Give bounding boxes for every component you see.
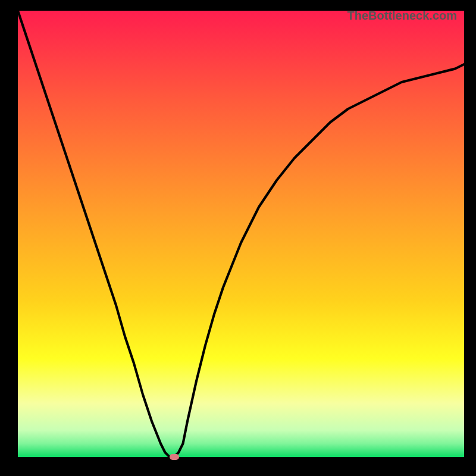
plot-area: TheBottleneck.com bbox=[18, 11, 464, 457]
chart-frame: TheBottleneck.com bbox=[0, 0, 476, 476]
optimum-marker bbox=[170, 454, 179, 460]
bottleneck-curve bbox=[18, 11, 464, 457]
watermark-text: TheBottleneck.com bbox=[347, 9, 457, 23]
